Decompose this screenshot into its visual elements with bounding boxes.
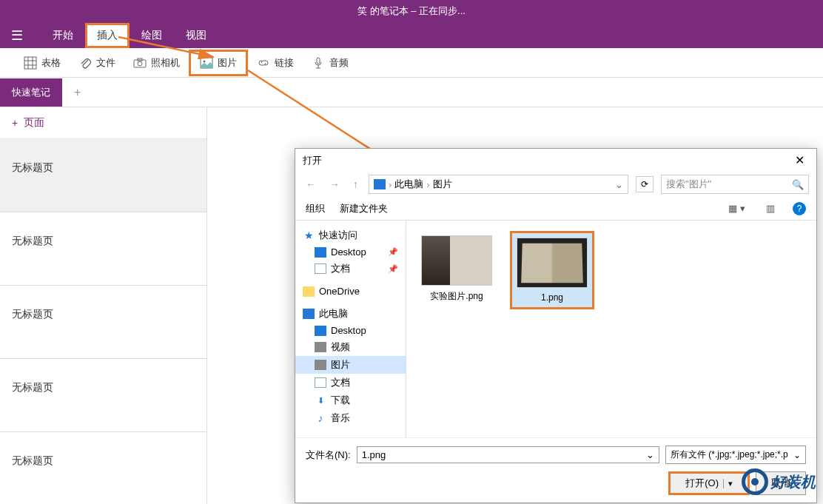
star-icon: ★ <box>303 230 315 241</box>
watermark-icon <box>742 468 768 495</box>
chevron-right-icon: › <box>426 179 429 190</box>
section-tab-quicknotes[interactable]: 快速笔记 <box>0 78 62 107</box>
section-tab-bar: 快速笔记 + <box>0 78 823 107</box>
svg-point-9 <box>204 60 206 62</box>
ribbon-camera-button[interactable]: 照相机 <box>124 52 189 74</box>
add-page-button[interactable]: + 页面 <box>0 107 206 139</box>
menu-view[interactable]: 视图 <box>174 23 218 48</box>
tree-downloads[interactable]: ⬇下载 <box>295 392 406 409</box>
dialog-nav-bar: ← → ↑ › 此电脑 › 图片 ⌄ ⟳ 搜索"图片" 🔍 <box>295 172 816 197</box>
ribbon-link-button[interactable]: 链接 <box>248 52 303 74</box>
file-open-dialog: 打开 ✕ ← → ↑ › 此电脑 › 图片 ⌄ ⟳ 搜索"图片" 🔍 组织 新建… <box>295 148 817 503</box>
file-item-selected[interactable]: 1.png <box>510 231 594 309</box>
svg-point-6 <box>138 61 142 66</box>
search-icon: 🔍 <box>792 179 804 190</box>
tree-videos[interactable]: 视频 <box>295 338 406 356</box>
dialog-footer: 文件名(N): 1.png ⌄ 所有文件 (*.jpg;*.jpeg;*.jpe… <box>295 437 816 503</box>
breadcrumb[interactable]: › 此电脑 › 图片 ⌄ <box>369 175 628 194</box>
tree-documents2[interactable]: 文档 <box>295 374 406 392</box>
file-thumbnail <box>421 235 492 286</box>
filetype-select[interactable]: 所有文件 (*.jpg;*.jpeg;*.jpe;*.p ⌄ <box>665 446 806 464</box>
search-placeholder: 搜索"图片" <box>666 178 711 191</box>
open-button[interactable]: 打开(O)▾ <box>668 471 750 495</box>
tree-onedrive[interactable]: OneDrive <box>295 283 406 299</box>
document-icon <box>315 263 326 274</box>
ribbon-link-label: 链接 <box>275 56 294 70</box>
pin-icon: 📌 <box>388 264 398 274</box>
filename-input[interactable]: 1.png ⌄ <box>357 446 659 463</box>
menu-start[interactable]: 开始 <box>41 23 85 48</box>
tree-documents[interactable]: 文档📌 <box>295 260 406 278</box>
page-item[interactable]: 无标题页 <box>0 359 206 432</box>
document-icon <box>315 377 326 388</box>
monitor-icon <box>315 326 326 336</box>
tree-music[interactable]: ♪音乐 <box>295 409 406 427</box>
tree-this-pc[interactable]: 此电脑 <box>295 305 406 323</box>
forward-icon[interactable]: → <box>326 177 343 192</box>
video-icon <box>315 342 326 352</box>
hamburger-icon[interactable]: ☰ <box>11 27 41 44</box>
ribbon-picture-label: 图片 <box>218 56 237 70</box>
ribbon-file-label: 文件 <box>96 56 115 70</box>
music-icon: ♪ <box>315 413 326 423</box>
ribbon-audio-label: 音频 <box>329 56 349 70</box>
refresh-button[interactable]: ⟳ <box>636 176 654 192</box>
menu-insert[interactable]: 插入 <box>85 23 130 48</box>
chevron-down-icon: ▾ <box>723 479 733 488</box>
page-item[interactable]: 无标题页 <box>0 432 206 504</box>
breadcrumb-root[interactable]: 此电脑 <box>394 178 423 191</box>
pin-icon: 📌 <box>388 247 398 257</box>
tree-desktop[interactable]: Desktop📌 <box>295 244 406 260</box>
view-details-button[interactable]: ▥ <box>763 201 778 215</box>
download-icon: ⬇ <box>315 395 326 406</box>
dialog-body: ★快速访问 Desktop📌 文档📌 OneDrive 此电脑 Desktop … <box>295 221 816 437</box>
chevron-down-icon[interactable]: ⌄ <box>646 449 654 460</box>
filename-label: 文件名(N): <box>306 448 351 462</box>
chevron-down-icon[interactable]: ⌄ <box>793 450 801 460</box>
dialog-toolbar: 组织 新建文件夹 ▦ ▾ ▥ ? <box>295 197 816 221</box>
chevron-down-icon[interactable]: ⌄ <box>615 179 623 190</box>
menu-bar: ☰ 开始 插入 绘图 视图 <box>0 22 823 48</box>
page-sidebar: + 页面 无标题页 无标题页 无标题页 无标题页 无标题页 <box>0 107 207 504</box>
filename-row: 文件名(N): 1.png ⌄ 所有文件 (*.jpg;*.jpeg;*.jpe… <box>306 446 806 464</box>
breadcrumb-folder[interactable]: 图片 <box>433 178 452 191</box>
link-icon <box>257 56 270 70</box>
back-icon[interactable]: ← <box>303 177 319 192</box>
view-thumbnails-button[interactable]: ▦ ▾ <box>725 201 748 215</box>
search-input[interactable]: 搜索"图片" 🔍 <box>661 175 809 194</box>
ribbon-audio-button[interactable]: 音频 <box>303 52 357 74</box>
file-list[interactable]: 实验图片.png 1.png <box>406 221 816 437</box>
microphone-icon <box>312 56 325 70</box>
menu-draw[interactable]: 绘图 <box>130 23 174 48</box>
tree-quick-access[interactable]: ★快速访问 <box>295 226 406 244</box>
new-folder-button[interactable]: 新建文件夹 <box>340 202 388 215</box>
pc-icon <box>374 179 386 189</box>
help-icon[interactable]: ? <box>793 202 806 215</box>
close-icon[interactable]: ✕ <box>790 153 809 167</box>
window-title-bar: 笑 的笔记本 – 正在同步... <box>0 0 823 22</box>
window-title: 笑 的笔记本 – 正在同步... <box>357 4 466 18</box>
organize-button[interactable]: 组织 <box>306 202 325 215</box>
ribbon-file-button[interactable]: 文件 <box>70 52 124 74</box>
folder-tree: ★快速访问 Desktop📌 文档📌 OneDrive 此电脑 Desktop … <box>295 221 406 437</box>
page-item[interactable]: 无标题页 <box>0 139 206 212</box>
tree-desktop2[interactable]: Desktop <box>295 323 406 338</box>
svg-rect-0 <box>24 57 36 69</box>
ribbon-picture-button[interactable]: 图片 <box>189 50 248 76</box>
ribbon-table-button[interactable]: 表格 <box>15 52 70 74</box>
up-icon[interactable]: ↑ <box>350 177 361 192</box>
file-item[interactable]: 实验图片.png <box>417 231 497 307</box>
picture-icon <box>200 56 213 70</box>
picture-folder-icon <box>315 360 326 370</box>
paperclip-icon <box>78 56 92 70</box>
ribbon-table-label: 表格 <box>41 56 61 70</box>
svg-rect-10 <box>317 58 320 64</box>
ribbon-toolbar: 表格 文件 照相机 图片 链接 音频 <box>0 48 823 78</box>
add-page-label: 页面 <box>24 116 44 130</box>
add-section-button[interactable]: + <box>62 78 93 107</box>
camera-icon <box>133 56 147 70</box>
tree-pictures[interactable]: 图片 <box>295 356 406 374</box>
page-item[interactable]: 无标题页 <box>0 286 206 359</box>
page-item[interactable]: 无标题页 <box>0 212 206 286</box>
dialog-title-bar: 打开 ✕ <box>295 149 816 172</box>
